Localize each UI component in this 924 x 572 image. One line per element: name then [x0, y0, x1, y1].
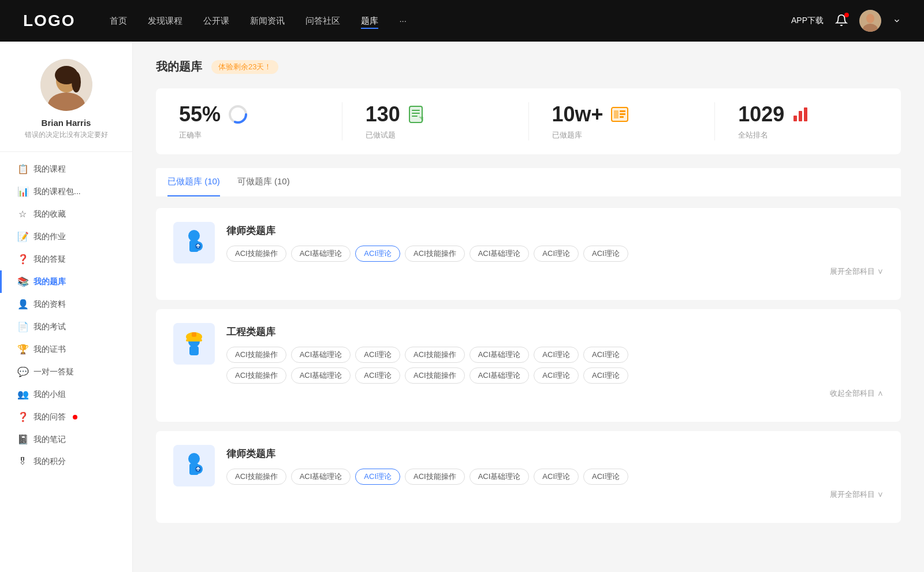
tab-available[interactable]: 可做题库 (10)	[237, 168, 290, 196]
tag-active[interactable]: ACI理论	[355, 469, 400, 485]
svg-rect-22	[793, 116, 797, 121]
questionbank-icon: 📚	[17, 276, 28, 287]
profile-name: Brian Harris	[42, 118, 91, 128]
tag[interactable]: ACI基础理论	[291, 367, 351, 384]
tag[interactable]: ACI基础理论	[470, 347, 530, 363]
sidebar: Brian Harris 错误的决定比没有决定要好 📋 我的课程 📊 我的课程包…	[0, 42, 133, 572]
tag[interactable]: ACI理论	[583, 469, 628, 485]
avatar	[40, 59, 92, 111]
qbank-tags-3: ACI技能操作 ACI基础理论 ACI理论 ACI技能操作 ACI基础理论 AC…	[226, 469, 884, 485]
tag[interactable]: ACI理论	[534, 367, 579, 384]
tag[interactable]: ACI基础理论	[291, 347, 351, 363]
dropdown-chevron-icon[interactable]	[893, 17, 901, 25]
sidebar-item-notes[interactable]: 📓 我的笔记	[0, 428, 132, 451]
qbank-card-1: 律师类题库 ACI技能操作 ACI基础理论 ACI理论 ACI技能操作 ACI基…	[156, 208, 901, 300]
nav-discover[interactable]: 发现课程	[148, 16, 182, 27]
stat-done-questions: 130 已做试题	[342, 102, 529, 140]
nav-open-course[interactable]: 公开课	[203, 16, 229, 27]
notification-dot	[844, 13, 849, 17]
trial-badge: 体验剩余23天！	[211, 60, 278, 74]
qbank-title-2: 工程类题库	[226, 325, 884, 339]
qa-badge	[73, 415, 77, 419]
sidebar-item-exam[interactable]: 📄 我的考试	[0, 315, 132, 338]
stat-done-banks-label: 已做题库	[552, 130, 582, 140]
sidebar-item-qa-answer[interactable]: ❓ 我的答疑	[0, 248, 132, 270]
tag[interactable]: ACI技能操作	[405, 246, 465, 262]
tag[interactable]: ACI基础理论	[470, 469, 530, 485]
svg-rect-21	[620, 116, 624, 118]
sidebar-item-course[interactable]: 📋 我的课程	[0, 158, 132, 180]
sidebar-item-questionbank[interactable]: 📚 我的题库	[0, 270, 132, 293]
qbank-tags-1: ACI技能操作 ACI基础理论 ACI理论 ACI技能操作 ACI基础理论 AC…	[226, 246, 884, 262]
sidebar-item-profile[interactable]: 👤 我的资料	[0, 293, 132, 315]
svg-rect-14	[412, 116, 418, 117]
nav-home[interactable]: 首页	[110, 16, 127, 27]
page-header: 我的题库 体验剩余23天！	[156, 59, 901, 75]
svg-rect-18	[614, 110, 619, 118]
notes-icon: 📓	[17, 434, 28, 445]
sidebar-item-my-qa[interactable]: ❓ 我的问答	[0, 406, 132, 428]
tag[interactable]: ACI理论	[355, 347, 400, 363]
tag[interactable]: ACI基础理论	[291, 246, 351, 262]
app-download-button[interactable]: APP下载	[791, 16, 824, 26]
navbar: LOGO 首页 发现课程 公开课 新闻资讯 问答社区 题库 ··· APP下载	[0, 0, 924, 42]
tag[interactable]: ACI理论	[355, 367, 400, 384]
tabs-bar: 已做题库 (10) 可做题库 (10)	[156, 168, 901, 196]
tag[interactable]: ACI技能操作	[405, 469, 465, 485]
tag[interactable]: ACI理论	[534, 347, 579, 363]
sidebar-item-homework[interactable]: 📝 我的作业	[0, 225, 132, 248]
qbank-icon-engineer	[173, 323, 215, 365]
svg-rect-10	[409, 106, 422, 122]
tag-active[interactable]: ACI理论	[355, 246, 400, 262]
svg-rect-20	[620, 113, 625, 115]
nav-qa[interactable]: 问答社区	[305, 16, 340, 27]
qbank-icon-lawyer-3	[173, 445, 215, 486]
tag[interactable]: ACI技能操作	[226, 347, 286, 363]
svg-rect-33	[192, 332, 196, 337]
svg-rect-24	[804, 107, 807, 121]
nav-questionbank[interactable]: 题库	[361, 16, 378, 27]
tag[interactable]: ACI基础理论	[470, 246, 530, 262]
logo[interactable]: LOGO	[23, 12, 75, 30]
tag[interactable]: ACI技能操作	[226, 246, 286, 262]
svg-rect-12	[412, 110, 420, 111]
tag[interactable]: ACI技能操作	[405, 347, 465, 363]
sidebar-item-course-package[interactable]: 📊 我的课程包...	[0, 180, 132, 203]
tag[interactable]: ACI技能操作	[226, 367, 286, 384]
tag[interactable]: ACI理论	[583, 367, 628, 384]
sidebar-item-favorites[interactable]: ☆ 我的收藏	[0, 203, 132, 225]
tag[interactable]: ACI技能操作	[405, 367, 465, 384]
tab-done[interactable]: 已做题库 (10)	[167, 168, 220, 196]
lawyer-svg-icon	[179, 228, 209, 258]
bar-chart-icon	[791, 105, 810, 124]
svg-point-25	[188, 230, 200, 242]
tag[interactable]: ACI基础理论	[470, 367, 530, 384]
stat-accuracy-label: 正确率	[179, 130, 202, 140]
stats-card: 55% 正确率 130	[156, 88, 901, 154]
sidebar-profile: Brian Harris 错误的决定比没有决定要好	[0, 59, 132, 152]
sidebar-item-points[interactable]: 🎖 我的积分	[0, 451, 132, 473]
profile-icon: 👤	[17, 299, 28, 310]
nav-more[interactable]: ···	[399, 16, 407, 27]
stat-done-questions-label: 已做试题	[366, 130, 396, 140]
exam-icon: 📄	[17, 321, 28, 332]
tag[interactable]: ACI技能操作	[226, 469, 286, 485]
tag[interactable]: ACI基础理论	[291, 469, 351, 485]
tag[interactable]: ACI理论	[583, 246, 628, 262]
svg-rect-23	[799, 111, 802, 121]
main-content: 我的题库 体验剩余23天！ 55% 正确率 130	[133, 42, 924, 572]
tag[interactable]: ACI理论	[534, 246, 579, 262]
expand-link-2[interactable]: 收起全部科目 ∧	[226, 388, 884, 399]
notification-bell[interactable]	[835, 14, 848, 28]
user-avatar[interactable]	[859, 10, 881, 32]
tag[interactable]: ACI理论	[534, 469, 579, 485]
svg-rect-19	[620, 110, 625, 112]
sidebar-item-one-on-one[interactable]: 💬 一对一答疑	[0, 361, 132, 383]
tag[interactable]: ACI理论	[583, 347, 628, 363]
expand-link-1[interactable]: 展开全部科目 ∨	[226, 266, 884, 277]
svg-point-7	[72, 72, 81, 92]
sidebar-item-group[interactable]: 👥 我的小组	[0, 383, 132, 406]
expand-link-3[interactable]: 展开全部科目 ∨	[226, 489, 884, 500]
nav-news[interactable]: 新闻资讯	[250, 16, 285, 27]
sidebar-item-certificate[interactable]: 🏆 我的证书	[0, 338, 132, 361]
